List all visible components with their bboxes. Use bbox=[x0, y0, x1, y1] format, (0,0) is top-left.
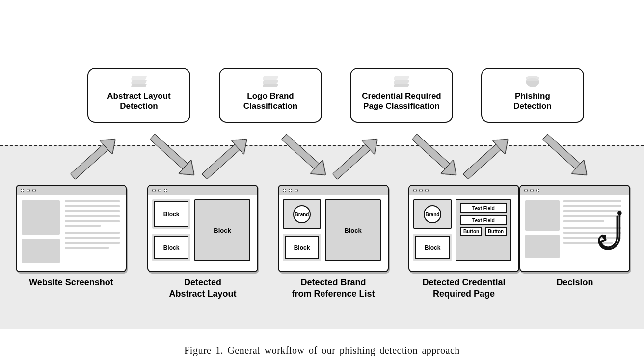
process-label: Detection bbox=[120, 101, 158, 111]
block-label: Block bbox=[294, 244, 310, 251]
stage-abstract-layout: Block Block Block bbox=[147, 185, 258, 272]
process-label: Classification bbox=[243, 101, 298, 111]
browser-chrome bbox=[17, 186, 126, 195]
stage-caption: Website Screenshot bbox=[12, 277, 130, 288]
fishhook-icon bbox=[596, 204, 626, 258]
process-label: Page Classification bbox=[363, 101, 440, 111]
block-label: Block bbox=[163, 211, 180, 218]
stage-credential-page: Brand Block Text Field Text Field Button… bbox=[408, 185, 519, 272]
layers-icon bbox=[355, 74, 448, 90]
separator-dashed bbox=[0, 145, 644, 146]
process-label: Logo Brand bbox=[247, 91, 294, 101]
process-phishing-detection: PhishingDetection bbox=[481, 68, 584, 123]
stage-decision bbox=[519, 185, 630, 272]
browser-chrome bbox=[148, 186, 257, 195]
layers-icon bbox=[224, 74, 317, 90]
button-label: Button bbox=[463, 229, 479, 234]
stage-caption: Detected Brandfrom Reference List bbox=[274, 277, 392, 299]
brand-label: Brand bbox=[295, 212, 309, 217]
browser-chrome bbox=[279, 186, 388, 195]
stage-caption: Decision bbox=[516, 277, 634, 288]
button-label: Button bbox=[488, 229, 504, 234]
figure-caption: Figure 1. General workflow of our phishi… bbox=[0, 345, 644, 356]
database-icon bbox=[486, 74, 579, 90]
block-label: Block bbox=[214, 227, 231, 234]
block-label: Block bbox=[344, 227, 361, 234]
process-credential-page: Credential RequiredPage Classification bbox=[350, 68, 453, 123]
process-label: Detection bbox=[513, 101, 551, 111]
stage-caption: DetectedAbstract Layout bbox=[144, 277, 262, 299]
stage-detected-brand: Brand Block Block bbox=[278, 185, 389, 272]
process-label: Credential Required bbox=[362, 91, 441, 101]
block-label: Block bbox=[163, 244, 180, 251]
stage-caption: Detected CredentialRequired Page bbox=[405, 277, 523, 299]
browser-chrome bbox=[409, 186, 518, 195]
brand-label: Brand bbox=[426, 212, 440, 217]
process-label: Abstract Layout bbox=[107, 91, 170, 101]
text-field-label: Text Field bbox=[472, 206, 495, 211]
stage-website-screenshot bbox=[16, 185, 127, 272]
process-label: Phishing bbox=[515, 91, 550, 101]
text-field-label: Text Field bbox=[472, 218, 495, 223]
layers-icon bbox=[92, 74, 186, 90]
process-logo-brand: Logo BrandClassification bbox=[219, 68, 322, 123]
browser-chrome bbox=[520, 186, 629, 195]
block-label: Block bbox=[425, 244, 441, 251]
process-abstract-layout: Abstract LayoutDetection bbox=[87, 68, 190, 123]
